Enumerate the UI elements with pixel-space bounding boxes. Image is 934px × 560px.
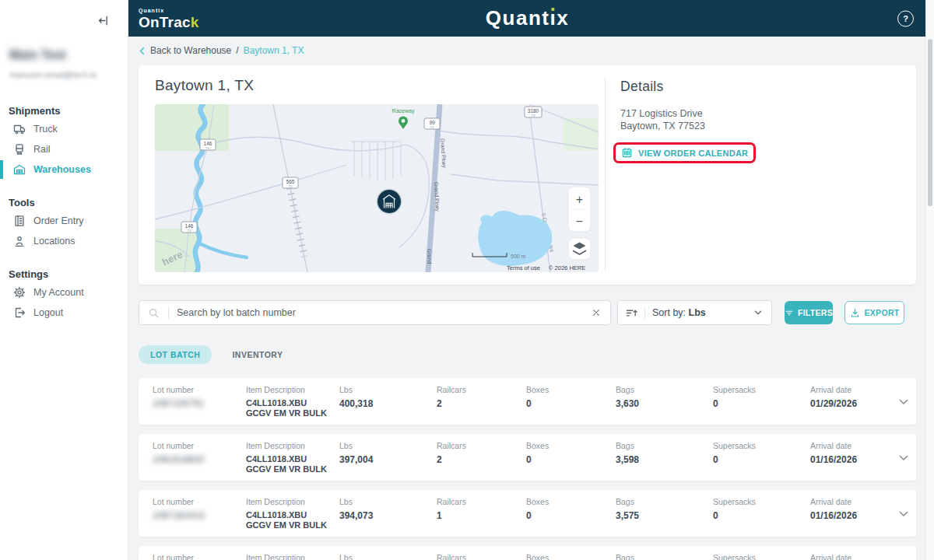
train-icon bbox=[13, 143, 26, 156]
panel-left: Baytown 1, TX bbox=[139, 65, 605, 285]
lot-number-value-redacted: 1087105751 bbox=[153, 398, 246, 409]
section-title-settings: Settings bbox=[0, 268, 128, 282]
svg-text:500 m: 500 m bbox=[511, 254, 526, 259]
ontrack-logo-main: OnTrack bbox=[139, 15, 198, 30]
row-expand-chevron[interactable] bbox=[897, 497, 924, 537]
scrollbar-thumb[interactable] bbox=[928, 39, 932, 206]
tab-inventory[interactable]: INVENTORY bbox=[232, 350, 283, 359]
address-line-2: Baytown, TX 77523 bbox=[620, 120, 916, 132]
sidebar-item-label: My Account bbox=[33, 287, 84, 298]
warehouse-title: Baytown 1, TX bbox=[155, 77, 605, 94]
chevron-down-icon bbox=[897, 508, 910, 520]
view-order-calendar-label: VIEW ORDER CALENDAR bbox=[638, 149, 748, 158]
supersacks-value: 0 bbox=[713, 398, 810, 409]
bags-value: 3,575 bbox=[616, 510, 713, 521]
sidebar: Main Test mainuser.email@tech.io Shipmen… bbox=[0, 0, 128, 560]
bags-value: 3,630 bbox=[616, 398, 713, 409]
scrollbar-track[interactable] bbox=[925, 0, 934, 560]
table-row[interactable]: Lot number Item Description Lbs Railcars… bbox=[139, 546, 916, 560]
chevron-down-icon bbox=[897, 452, 910, 464]
section-title-shipments: Shipments bbox=[0, 105, 128, 119]
column-label: Railcars bbox=[437, 385, 526, 394]
column-label: Arrival date bbox=[810, 385, 897, 394]
row-expand-chevron[interactable] bbox=[897, 553, 924, 560]
lbs-value: 394,073 bbox=[339, 510, 437, 521]
column-label: Bags bbox=[616, 385, 713, 394]
export-button[interactable]: EXPORT bbox=[844, 301, 904, 324]
svg-text:TX: TX bbox=[288, 184, 292, 188]
sidebar-item-order-entry[interactable]: Order Entry bbox=[0, 211, 128, 231]
lot-number-value-redacted: 1087182413 bbox=[153, 510, 246, 521]
help-button[interactable]: ? bbox=[897, 10, 914, 26]
map-zoom-out-button[interactable]: − bbox=[576, 215, 583, 228]
filters-button[interactable]: FILTERS bbox=[785, 301, 833, 324]
supersacks-value: 0 bbox=[713, 510, 810, 521]
arrival-date-value: 01/16/2026 bbox=[810, 510, 897, 521]
map-terms-link[interactable]: Terms of use bbox=[507, 264, 540, 271]
supersacks-value: 0 bbox=[713, 454, 810, 465]
sidebar-item-warehouses[interactable]: Warehouses bbox=[0, 159, 128, 180]
column-label: Boxes bbox=[526, 385, 616, 394]
truck-icon bbox=[13, 123, 26, 135]
locations-icon bbox=[13, 235, 26, 247]
sidebar-item-locations[interactable]: Locations bbox=[0, 231, 128, 251]
sidebar-item-label: Rail bbox=[33, 144, 51, 155]
column-label: Item Description bbox=[246, 441, 339, 450]
svg-text:TX: TX bbox=[187, 229, 191, 233]
column-label: Railcars bbox=[437, 441, 526, 450]
warehouse-map[interactable]: Grand Pkwy Grand Pkwy Grand S Cotton Lak… bbox=[155, 104, 599, 272]
help-icon: ? bbox=[903, 14, 908, 23]
svg-text:146: 146 bbox=[185, 223, 194, 229]
svg-text:565: 565 bbox=[286, 179, 295, 184]
toolbar: Sort by: Lbs FILTERS EXPORT bbox=[139, 300, 916, 325]
column-label: Item Description bbox=[246, 497, 339, 506]
sidebar-item-rail[interactable]: Rail bbox=[0, 139, 128, 159]
column-label: Railcars bbox=[437, 553, 526, 560]
order-entry-icon bbox=[13, 215, 26, 227]
search-box bbox=[139, 300, 611, 325]
svg-text:TX: TX bbox=[531, 114, 535, 117]
table-row[interactable]: Lot number1087182413 Item DescriptionC4L… bbox=[139, 490, 916, 537]
map-layers-button[interactable] bbox=[568, 238, 591, 260]
table-row[interactable]: Lot number1081518820 Item DescriptionC4L… bbox=[139, 434, 916, 481]
column-label: Lot number bbox=[153, 497, 246, 506]
column-label: Bags bbox=[616, 553, 713, 560]
warehouse-icon bbox=[13, 163, 26, 176]
column-label: Bags bbox=[616, 441, 713, 450]
lbs-value: 400,318 bbox=[339, 398, 437, 409]
svg-text:TX: TX bbox=[205, 146, 209, 150]
svg-text:TX: TX bbox=[430, 125, 434, 129]
breadcrumb-back-link[interactable]: Back to Warehouse bbox=[139, 45, 231, 56]
breadcrumb-separator: / bbox=[236, 45, 238, 56]
chevron-left-icon bbox=[139, 47, 146, 55]
table-row[interactable]: Lot number1087105751 Item DescriptionC4L… bbox=[139, 378, 916, 425]
map-warehouse-marker[interactable] bbox=[377, 189, 402, 215]
row-expand-chevron[interactable] bbox=[897, 385, 924, 425]
column-label: Lbs bbox=[339, 497, 437, 506]
sort-dropdown[interactable]: Sort by: Lbs bbox=[617, 300, 772, 325]
breadcrumb-current: Baytown 1, TX bbox=[244, 45, 304, 56]
column-label: Supersacks bbox=[713, 441, 810, 450]
row-expand-chevron[interactable] bbox=[897, 441, 924, 481]
boxes-value: 0 bbox=[526, 454, 616, 465]
close-icon bbox=[592, 308, 601, 317]
details-heading: Details bbox=[620, 78, 916, 95]
chevron-down-icon bbox=[753, 307, 764, 318]
sort-value: Lbs bbox=[689, 307, 706, 318]
tab-lot-batch[interactable]: LOT BATCH bbox=[139, 345, 212, 364]
calendar-icon bbox=[621, 147, 633, 159]
search-clear-button[interactable] bbox=[582, 308, 610, 317]
map-zoom-in-button[interactable]: + bbox=[576, 193, 583, 206]
sidebar-item-my-account[interactable]: My Account bbox=[0, 282, 128, 303]
collapse-sidebar-icon[interactable] bbox=[97, 15, 109, 26]
user-name-redacted: Main Test bbox=[9, 48, 128, 62]
lbs-value: 397,004 bbox=[339, 454, 437, 465]
sidebar-item-truck[interactable]: Truck bbox=[0, 119, 128, 139]
item-description-value: C4LL1018.XBU GCGV EM VR BULK bbox=[246, 510, 339, 530]
view-order-calendar-button[interactable]: VIEW ORDER CALENDAR bbox=[621, 147, 748, 159]
annotation-highlight-box: VIEW ORDER CALENDAR bbox=[613, 142, 756, 163]
search-input[interactable] bbox=[169, 307, 582, 318]
sidebar-item-logout[interactable]: Logout bbox=[0, 303, 128, 323]
railcars-value: 2 bbox=[437, 398, 526, 409]
column-label: Supersacks bbox=[713, 385, 810, 394]
